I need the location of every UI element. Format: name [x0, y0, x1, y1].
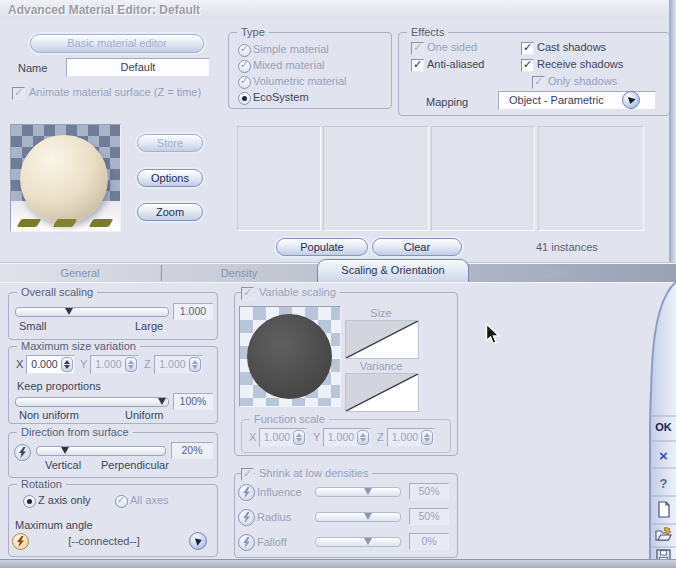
material-preview[interactable] — [10, 124, 121, 232]
variance-ramp[interactable] — [345, 373, 419, 412]
z-label: Z — [144, 358, 151, 370]
y-variation-spinner[interactable]: 1.000 — [90, 355, 139, 374]
keep-proportions-value[interactable]: 100% — [173, 393, 213, 410]
direction-animation-bolt-icon[interactable] — [14, 444, 31, 461]
one-sided-label: One sided — [427, 41, 477, 53]
store-button[interactable]: Store — [137, 134, 203, 152]
animate-surface-checkbox[interactable] — [12, 87, 25, 100]
tab-scaling-orientation[interactable]: Scaling & Orientation — [317, 259, 469, 283]
spinner-arrows-icon — [189, 357, 201, 372]
effects-group: Effects One sided Anti-aliased Cast shad… — [398, 32, 670, 116]
one-sided-checkbox[interactable] — [411, 42, 424, 55]
cast-shadows-checkbox[interactable] — [521, 42, 534, 55]
function-scale-title: Function scale — [250, 413, 329, 425]
size-ramp[interactable] — [345, 320, 419, 359]
overall-scaling-max-label: Large — [135, 320, 163, 332]
variable-scaling-title: Variable scaling — [255, 286, 340, 298]
help-button[interactable]: ? — [651, 476, 676, 491]
radius-label: Radius — [257, 511, 291, 523]
size-ramp-label: Size — [345, 307, 417, 319]
zoom-button[interactable]: Zoom — [137, 203, 203, 221]
direction-slider[interactable] — [36, 446, 166, 456]
advanced-material-editor-window: Advanced Material Editor: Default Basic … — [0, 0, 676, 568]
cast-shadows-label: Cast shadows — [537, 41, 606, 53]
radius-value[interactable]: 50% — [409, 508, 449, 525]
mapping-dropdown-arrow-icon[interactable] — [622, 91, 640, 109]
influence-slider[interactable] — [315, 487, 401, 497]
basic-material-editor-button[interactable]: Basic material editor — [30, 34, 204, 53]
instance-slot-4[interactable] — [538, 126, 644, 231]
options-button[interactable]: Options — [137, 169, 203, 187]
radio-all-axes[interactable] — [115, 495, 128, 508]
direction-value[interactable]: 20% — [171, 442, 213, 459]
vertical-label: Vertical — [45, 459, 81, 471]
type-group: Type Simple material Mixed material Volu… — [228, 32, 392, 109]
tab-general[interactable]: General — [0, 267, 160, 279]
variable-scaling-checkbox[interactable] — [241, 287, 254, 300]
x-variation-spinner[interactable]: 0.000 — [26, 355, 75, 374]
y-label: Y — [80, 358, 87, 370]
instance-slot-1[interactable] — [237, 126, 321, 231]
uniform-label: Uniform — [125, 409, 164, 421]
rotation-title: Rotation — [17, 478, 66, 490]
radio-ecosystem[interactable] — [238, 92, 251, 105]
tab-density[interactable]: Density — [161, 267, 317, 279]
shrink-checkbox[interactable] — [241, 468, 254, 481]
influence-value[interactable]: 50% — [409, 483, 449, 500]
name-label: Name — [18, 62, 47, 74]
open-file-button[interactable] — [651, 527, 676, 544]
keep-proportions-label: Keep proportions — [17, 380, 101, 392]
keep-proportions-slider[interactable] — [15, 397, 169, 407]
radius-bolt-icon[interactable] — [238, 509, 255, 526]
active-tab-label: Scaling & Orientation — [341, 264, 444, 276]
fs-y-spinner[interactable]: 1.000 — [323, 428, 371, 447]
only-shadows-checkbox[interactable] — [532, 76, 545, 89]
instances-count: 41 instances — [536, 241, 598, 253]
instance-slot-2[interactable] — [323, 126, 429, 231]
function-scale-group: Function scale X 1.000 Y 1.000 Z 1.000 — [241, 419, 451, 453]
variable-preview-sphere — [247, 314, 332, 399]
direction-title: Direction from surface — [17, 426, 133, 438]
falloff-slider[interactable] — [315, 537, 401, 547]
cancel-button[interactable]: × — [651, 447, 676, 464]
anti-aliased-checkbox[interactable] — [411, 59, 424, 72]
radio-volumetric-material[interactable] — [238, 76, 251, 89]
radio-mixed-material[interactable] — [238, 60, 251, 73]
overall-scaling-slider[interactable] — [15, 307, 169, 317]
populate-button[interactable]: Populate — [276, 238, 368, 256]
ecosystem-label: EcoSystem — [253, 91, 309, 103]
fs-x-spinner[interactable]: 1.000 — [259, 428, 307, 447]
window-titlebar: Advanced Material Editor: Default — [0, 0, 676, 19]
instance-slot-3[interactable] — [431, 126, 535, 231]
radius-slider[interactable] — [315, 512, 401, 522]
falloff-bolt-icon[interactable] — [238, 534, 255, 551]
overall-scaling-value[interactable]: 1.000 — [173, 303, 213, 320]
all-axes-label: All axes — [130, 494, 169, 506]
max-size-variation-group: Maximum size variation X 0.000 Y 1.000 Z… — [8, 346, 218, 424]
rotation-animation-bolt-icon[interactable] — [12, 533, 29, 550]
mixed-material-label: Mixed material — [253, 59, 325, 71]
radio-z-axis-only[interactable] — [23, 495, 36, 508]
overall-scaling-group: Overall scaling Small Large 1.000 — [8, 292, 218, 340]
falloff-value[interactable]: 0% — [409, 533, 449, 550]
radio-simple-material[interactable] — [238, 44, 251, 57]
receive-shadows-checkbox[interactable] — [521, 59, 534, 72]
new-document-button[interactable] — [651, 501, 676, 520]
variable-scaling-preview[interactable] — [239, 306, 341, 407]
connected-function-arrow-icon[interactable] — [189, 532, 207, 550]
variance-ramp-label: Variance — [345, 360, 417, 372]
shrink-title: Shrink at low densities — [255, 467, 372, 479]
ok-button[interactable]: OK — [651, 421, 676, 433]
open-folder-icon — [655, 527, 672, 542]
clear-button[interactable]: Clear — [372, 238, 462, 256]
tab-color[interactable]: Color — [467, 267, 647, 279]
right-edge-strip — [669, 0, 676, 262]
influence-bolt-icon[interactable] — [238, 484, 255, 501]
fs-z-spinner[interactable]: 1.000 — [387, 428, 435, 447]
fs-x-label: X — [249, 431, 256, 443]
z-variation-spinner[interactable]: 1.000 — [154, 355, 203, 374]
name-input[interactable]: Default — [66, 58, 210, 77]
effects-group-title: Effects — [407, 26, 448, 38]
new-document-icon — [657, 501, 671, 518]
maximum-angle-value[interactable]: [--connected--] — [39, 535, 169, 547]
